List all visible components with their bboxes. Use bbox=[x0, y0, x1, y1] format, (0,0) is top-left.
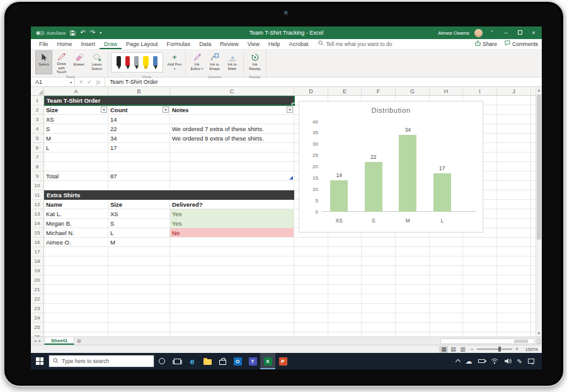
cell-C16[interactable] bbox=[170, 238, 294, 247]
ribbon-tab-home[interactable]: Home bbox=[53, 40, 77, 49]
user-avatar[interactable] bbox=[474, 29, 483, 37]
name-box[interactable]: A1 ▾ bbox=[31, 78, 75, 86]
cell-I19[interactable] bbox=[463, 266, 497, 275]
cell-D23[interactable] bbox=[294, 304, 328, 313]
cell-F19[interactable] bbox=[362, 266, 396, 275]
cell-B3[interactable]: 14 bbox=[108, 115, 170, 124]
cell-G19[interactable] bbox=[396, 266, 430, 275]
cell-J14[interactable] bbox=[497, 219, 531, 228]
cell-B2[interactable]: Count▾ bbox=[108, 105, 170, 115]
page-layout-view-icon[interactable]: ▤ bbox=[449, 346, 457, 353]
row-header-18[interactable]: 18 bbox=[31, 257, 43, 266]
cell-D20[interactable] bbox=[294, 275, 328, 285]
filter-dropdown-icon[interactable]: ▾ bbox=[101, 107, 107, 113]
vertical-scrollbar[interactable]: ▲ ▼ bbox=[536, 87, 542, 337]
cell-C3[interactable] bbox=[170, 115, 294, 124]
wifi-icon[interactable] bbox=[491, 358, 498, 364]
row-header-23[interactable]: 23 bbox=[31, 304, 43, 313]
lasso-select-button[interactable]: Lasso Select bbox=[88, 50, 105, 74]
zoom-slider[interactable] bbox=[477, 349, 512, 350]
split-handle[interactable] bbox=[537, 338, 541, 344]
cell-H22[interactable] bbox=[430, 294, 463, 304]
cell-J13[interactable] bbox=[497, 209, 531, 219]
cell-J16[interactable] bbox=[497, 238, 531, 247]
cell-J8[interactable] bbox=[497, 162, 531, 171]
cell-A4[interactable]: S bbox=[44, 124, 108, 134]
cell-E24[interactable] bbox=[328, 313, 362, 323]
draw-with-touch-button[interactable]: Draw with Touch bbox=[53, 50, 70, 74]
cell-B17[interactable] bbox=[108, 247, 170, 257]
cell-C18[interactable] bbox=[170, 257, 294, 266]
ribbon-tab-view[interactable]: View bbox=[243, 40, 264, 49]
cell-D25[interactable] bbox=[294, 323, 328, 332]
cell-H16[interactable] bbox=[430, 238, 463, 247]
cell-C17[interactable] bbox=[170, 247, 294, 257]
next-sheet-icon[interactable]: ▸ bbox=[39, 338, 42, 343]
battery-icon[interactable] bbox=[478, 359, 485, 363]
cell-H25[interactable] bbox=[430, 323, 463, 332]
cell-E20[interactable] bbox=[328, 275, 362, 285]
cell-I20[interactable] bbox=[463, 275, 497, 285]
cell-B5[interactable]: 34 bbox=[108, 134, 170, 143]
edge-taskbar-icon[interactable]: e bbox=[185, 353, 200, 369]
cell-J15[interactable] bbox=[497, 228, 531, 238]
cell-J26[interactable] bbox=[497, 332, 531, 337]
cell-J25[interactable] bbox=[497, 323, 531, 332]
cell-J5[interactable] bbox=[497, 134, 531, 143]
cell-C22[interactable] bbox=[170, 294, 294, 304]
cell-B18[interactable] bbox=[108, 257, 170, 266]
eraser-button[interactable]: Eraser bbox=[71, 50, 88, 74]
onedrive-icon[interactable]: ☁ bbox=[466, 357, 472, 366]
cell-F20[interactable] bbox=[362, 275, 396, 285]
column-header-G[interactable]: G bbox=[396, 87, 430, 95]
cell-A8[interactable] bbox=[44, 162, 108, 171]
cell-I22[interactable] bbox=[463, 294, 497, 304]
cell-B25[interactable] bbox=[108, 323, 170, 332]
cell-J24[interactable] bbox=[497, 313, 531, 323]
cell-C25[interactable] bbox=[170, 323, 294, 332]
confirm-entry-icon[interactable]: ✓ bbox=[87, 79, 92, 85]
cell-G22[interactable] bbox=[396, 294, 430, 304]
cell-C21[interactable] bbox=[170, 285, 294, 294]
cell-A14[interactable]: Megan B. bbox=[44, 219, 108, 228]
cell-H23[interactable] bbox=[430, 304, 463, 313]
cell-A10[interactable] bbox=[44, 181, 108, 190]
cell-C5[interactable]: We ordered 9 extra of these shirts. bbox=[170, 134, 294, 143]
cell-G16[interactable] bbox=[396, 238, 430, 247]
cell-A9[interactable]: Total bbox=[44, 171, 108, 181]
cell-I25[interactable] bbox=[463, 323, 497, 332]
cell-C6[interactable] bbox=[170, 143, 294, 153]
silver-pen[interactable] bbox=[134, 56, 139, 69]
normal-view-icon[interactable]: ▦ bbox=[439, 346, 448, 353]
cell-C13[interactable]: Yes bbox=[170, 209, 294, 219]
excel-taskbar-icon[interactable]: X bbox=[260, 353, 275, 369]
cell-A7[interactable] bbox=[44, 153, 108, 162]
row-header-13[interactable]: 13 bbox=[31, 209, 43, 219]
cell-C9[interactable] bbox=[170, 171, 294, 181]
filter-dropdown-icon[interactable]: ▾ bbox=[163, 107, 169, 113]
row-header-16[interactable]: 16 bbox=[31, 238, 43, 247]
row-header-21[interactable]: 21 bbox=[31, 285, 43, 294]
cell-G23[interactable] bbox=[396, 304, 430, 313]
redo-icon[interactable]: ↷ bbox=[90, 30, 95, 36]
ink-editor-button[interactable]: Ink Editor ▾ bbox=[188, 50, 205, 74]
filter-dropdown-icon[interactable]: ▾ bbox=[287, 107, 293, 113]
cell-A3[interactable]: XS bbox=[44, 115, 108, 124]
row-header-11[interactable]: 11 bbox=[31, 190, 43, 200]
cell-J19[interactable] bbox=[497, 266, 531, 275]
cell-D21[interactable] bbox=[294, 285, 328, 294]
row-header-22[interactable]: 22 bbox=[31, 294, 43, 304]
row-header-9[interactable]: 9 bbox=[31, 171, 43, 181]
cell-I23[interactable] bbox=[463, 304, 497, 313]
cell-E16[interactable] bbox=[328, 238, 362, 247]
column-header-A[interactable]: A bbox=[44, 87, 108, 95]
cell-H19[interactable] bbox=[430, 266, 463, 275]
cell-F21[interactable] bbox=[362, 285, 396, 294]
cell-B7[interactable] bbox=[108, 153, 170, 162]
cell-I17[interactable] bbox=[463, 247, 497, 257]
cell-D18[interactable] bbox=[294, 257, 328, 266]
cell-C23[interactable] bbox=[170, 304, 294, 313]
cell-B24[interactable] bbox=[108, 313, 170, 323]
cell-F18[interactable] bbox=[362, 257, 396, 266]
zoom-level[interactable]: 150% bbox=[522, 347, 538, 352]
